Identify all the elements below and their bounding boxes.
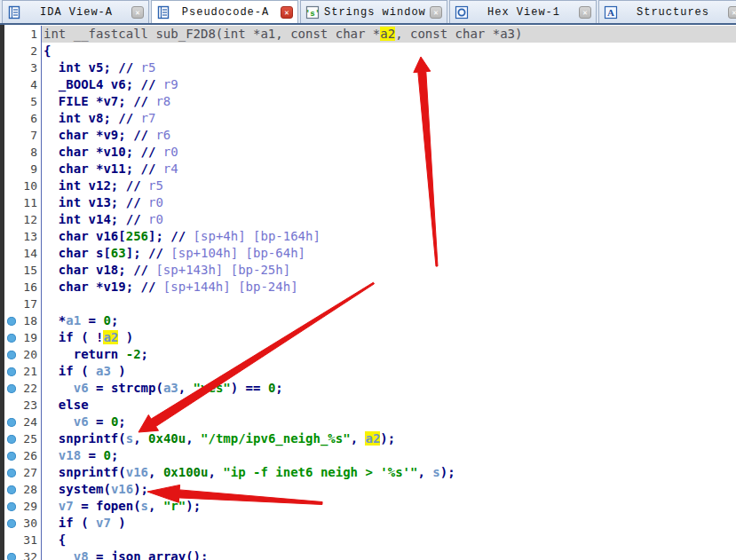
tab-strings-window[interactable]: 's'Strings window✕	[300, 0, 447, 23]
code-line-7[interactable]: 7 char *v9; // r6	[4, 127, 736, 144]
source-text: v18 = 0;	[42, 447, 736, 464]
code-token: "ip -f inet6 neigh > '%s'"	[223, 465, 417, 479]
code-line-17[interactable]: 17	[4, 296, 736, 312]
gutter: 27	[4, 464, 42, 481]
code-line-11[interactable]: 11 int v13; // r0	[4, 194, 736, 211]
code-line-8[interactable]: 8 char *v10; // r0	[4, 144, 736, 161]
close-tab-icon[interactable]: ✕	[430, 6, 442, 19]
breakpoint-dot[interactable]	[7, 469, 16, 477]
tab-structures[interactable]: AStructures✕	[598, 0, 736, 23]
code-line-22[interactable]: 22 v6 = strcmp(a3, "yes") == 0;	[4, 380, 736, 397]
code-token	[44, 499, 59, 513]
breakpoint-dot[interactable]	[7, 367, 16, 376]
code-token: ;	[118, 414, 125, 429]
code-line-27[interactable]: 27 snprintf(v16, 0x100u, "ip -f inet6 ne…	[4, 464, 736, 481]
line-number: 17	[23, 297, 37, 311]
code-token: 256	[126, 229, 148, 243]
code-line-10[interactable]: 10 int v12; // r5	[4, 177, 736, 194]
code-line-9[interactable]: 9 char *v11; // r4	[4, 161, 736, 177]
breakpoint-dot[interactable]	[7, 351, 16, 359]
tab-pseudocode-a[interactable]: Pseudocode-A✕	[151, 0, 298, 23]
code-token: char s[	[44, 246, 111, 260]
breakpoint-dot[interactable]	[7, 317, 16, 326]
breakpoint-dot[interactable]	[7, 485, 16, 494]
code-line-30[interactable]: 30 if ( v7 )	[4, 515, 736, 532]
code-line-29[interactable]: 29 v7 = fopen(s, "r");	[4, 498, 736, 515]
line-number: 7	[30, 129, 37, 142]
breakpoint-dot[interactable]	[7, 418, 16, 427]
code-token: s	[126, 431, 133, 446]
gutter: 28	[4, 481, 42, 498]
code-line-31[interactable]: 31 {	[4, 532, 736, 548]
code-line-19[interactable]: 19 if ( !a2 )	[4, 329, 736, 346]
code-line-15[interactable]: 15 char v18; // [sp+143h] [bp-25h]	[4, 262, 736, 279]
code-token: ;	[141, 347, 148, 361]
breakpoint-dot[interactable]	[7, 384, 16, 393]
source-text: return -2;	[42, 346, 736, 363]
code-line-14[interactable]: 14 char s[63]; // [sp+104h] [bp-64h]	[4, 245, 736, 262]
tab-ida-view-a[interactable]: IDA View-A✕	[2, 0, 149, 23]
code-token: ,	[208, 465, 223, 479]
breakpoint-dot[interactable]	[7, 553, 16, 560]
code-token	[44, 414, 74, 429]
breakpoint-dot[interactable]	[7, 334, 16, 343]
breakpoint-dot[interactable]	[7, 519, 16, 528]
code-token: "r"	[163, 499, 186, 513]
source-text: v8 = json_array();	[42, 548, 736, 560]
line-number: 21	[23, 365, 37, 378]
close-tab-icon[interactable]: ✕	[728, 6, 736, 19]
close-tab-icon[interactable]: ✕	[281, 6, 293, 19]
code-token: a1	[66, 313, 81, 327]
code-line-12[interactable]: 12 int v14; // r0	[4, 211, 736, 228]
pseudocode-pane[interactable]: 1int __fastcall sub_F2D8(int *a1, const …	[0, 25, 736, 560]
code-line-23[interactable]: 23 else	[4, 397, 736, 414]
line-number: 15	[23, 264, 37, 277]
code-line-26[interactable]: 26 v18 = 0;	[4, 447, 736, 464]
source-text: FILE *v7; // r8	[42, 93, 736, 110]
code-token: r8	[155, 94, 170, 108]
code-token: 63	[111, 246, 126, 260]
code-line-32[interactable]: 32 v8 = json_array();	[4, 548, 736, 560]
code-token: =	[81, 448, 103, 462]
tab-hex-view-1[interactable]: Hex View-1✕	[449, 0, 597, 23]
code-token: ,	[351, 431, 366, 446]
code-line-6[interactable]: 6 int v8; // r7	[4, 110, 736, 127]
close-tab-icon[interactable]: ✕	[579, 6, 591, 19]
breakpoint-dot[interactable]	[7, 502, 16, 511]
code-line-28[interactable]: 28 system(v16);	[4, 481, 736, 498]
code-token: _BOOL4 v6; //	[44, 77, 163, 91]
source-text: _BOOL4 v6; // r9	[42, 76, 736, 93]
code-token: [sp+4h] [bp-164h]	[194, 229, 321, 243]
code-token: *	[44, 313, 66, 327]
code-line-16[interactable]: 16 char *v19; // [sp+144h] [bp-24h]	[4, 279, 736, 296]
gutter: 17	[4, 296, 42, 312]
code-token: v7	[96, 516, 111, 530]
gutter: 10	[4, 177, 42, 194]
code-line-1[interactable]: 1int __fastcall sub_F2D8(int *a1, const …	[4, 26, 736, 43]
close-tab-icon[interactable]: ✕	[131, 6, 144, 19]
code-token	[44, 549, 74, 560]
gutter: 26	[4, 447, 42, 464]
code-line-3[interactable]: 3 int v5; // r5	[4, 59, 736, 76]
code-line-21[interactable]: 21 if ( a3 )	[4, 363, 736, 380]
code-token: else	[44, 398, 89, 412]
gutter: 11	[4, 194, 42, 211]
svg-text:A: A	[607, 7, 614, 18]
code-token: 0x40u	[148, 431, 186, 446]
code-line-20[interactable]: 20 return -2;	[4, 346, 736, 363]
source-text: {	[42, 532, 736, 548]
code-line-5[interactable]: 5 FILE *v7; // r8	[4, 93, 736, 110]
code-token: snprintf	[59, 431, 118, 446]
code-line-18[interactable]: 18 *a1 = 0;	[4, 312, 736, 329]
source-text: snprintf(v16, 0x100u, "ip -f inet6 neigh…	[42, 464, 736, 481]
breakpoint-dot[interactable]	[7, 452, 16, 461]
line-number: 3	[30, 61, 37, 75]
code-line-4[interactable]: 4 _BOOL4 v6; // r9	[4, 76, 736, 93]
code-line-13[interactable]: 13 char v16[256]; // [sp+4h] [bp-164h]	[4, 228, 736, 245]
code-line-25[interactable]: 25 snprintf(s, 0x40u, "/tmp/ipv6_neigh_%…	[4, 430, 736, 447]
code-line-2[interactable]: 2{	[4, 43, 736, 59]
code-line-24[interactable]: 24 v6 = 0;	[4, 414, 736, 430]
hex-view-icon	[455, 5, 469, 20]
code-token: );	[133, 482, 148, 496]
breakpoint-dot[interactable]	[7, 435, 16, 444]
